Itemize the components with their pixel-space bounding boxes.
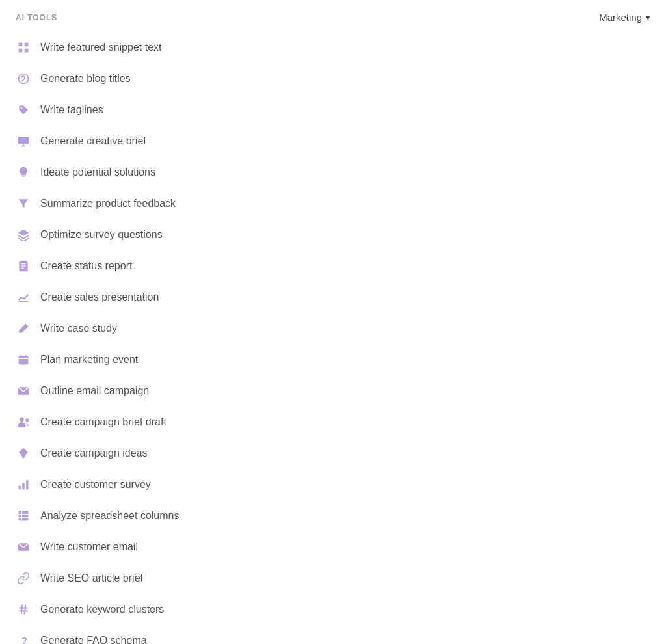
svg-rect-20 [19,486,21,490]
tool-label-write-taglines: Write taglines [40,104,103,116]
tool-list: Write featured snippet textGenerate blog… [0,32,666,644]
svg-point-17 [20,418,24,422]
svg-rect-6 [18,137,29,144]
tool-item-write-seo-article-brief[interactable]: Write SEO article brief [16,563,650,594]
tool-item-generate-blog-titles[interactable]: Generate blog titles [16,63,650,94]
tag-icon [16,102,31,118]
tool-label-create-status-report: Create status report [40,260,132,272]
envelope-icon [16,539,31,555]
chevron-down-icon: ▾ [646,12,650,22]
tool-item-ideate-potential-solutions[interactable]: Ideate potential solutions [16,157,650,188]
tool-item-plan-marketing-event[interactable]: Plan marketing event [16,344,650,375]
tool-item-write-featured-snippet[interactable]: Write featured snippet text [16,32,650,63]
layers-icon [16,227,31,243]
tool-item-summarize-product-feedback[interactable]: Summarize product feedback [16,188,650,219]
tool-label-create-campaign-brief-draft: Create campaign brief draft [40,416,166,428]
svg-rect-1 [25,43,29,47]
svg-rect-23 [19,511,29,521]
tool-label-write-seo-article-brief: Write SEO article brief [40,572,143,584]
svg-line-32 [25,605,26,615]
tool-item-write-customer-email[interactable]: Write customer email [16,531,650,563]
bulb-icon [16,165,31,180]
tool-item-create-customer-survey[interactable]: Create customer survey [16,469,650,500]
tool-item-outline-email-campaign[interactable]: Outline email campaign [16,375,650,407]
diamond-icon [16,446,31,461]
tool-label-optimize-survey-questions: Optimize survey questions [40,229,163,241]
filter-icon [16,196,31,211]
tool-item-generate-creative-brief[interactable]: Generate creative brief [16,126,650,157]
blog-icon [16,71,31,87]
spreadsheet-icon [16,508,31,524]
tool-label-write-case-study: Write case study [40,323,117,334]
tool-label-plan-marketing-event: Plan marketing event [40,354,138,366]
tool-label-generate-keyword-clusters: Generate keyword clusters [40,604,164,615]
svg-marker-19 [19,448,27,459]
svg-rect-12 [19,356,29,364]
svg-text:?: ? [21,635,27,644]
people-icon [16,414,31,430]
svg-line-31 [21,605,23,615]
report-icon [16,258,31,274]
svg-point-4 [19,74,29,84]
tool-item-create-status-report[interactable]: Create status report [16,250,650,282]
svg-rect-22 [26,480,28,489]
tool-label-ideate-potential-solutions: Ideate potential solutions [40,167,155,178]
filter-label: Marketing [599,12,642,23]
tool-item-create-campaign-ideas[interactable]: Create campaign ideas [16,438,650,469]
svg-rect-3 [25,49,29,53]
hash-icon [16,602,31,617]
barchart-icon [16,477,31,492]
tool-label-create-sales-presentation: Create sales presentation [40,291,159,303]
tool-label-generate-creative-brief: Generate creative brief [40,135,146,147]
tool-label-generate-faq-schema: Generate FAQ schema [40,635,147,644]
svg-rect-2 [19,49,23,53]
tool-label-generate-blog-titles: Generate blog titles [40,73,131,85]
grid-icon [16,40,31,55]
tool-label-summarize-product-feedback: Summarize product feedback [40,198,176,209]
tool-label-write-featured-snippet: Write featured snippet text [40,42,161,53]
svg-point-18 [25,418,29,422]
filter-dropdown[interactable]: Marketing ▾ [599,12,650,23]
tool-label-outline-email-campaign: Outline email campaign [40,385,149,397]
tool-item-analyze-spreadsheet-columns[interactable]: Analyze spreadsheet columns [16,500,650,531]
tool-label-create-customer-survey: Create customer survey [40,479,151,490]
question-icon: ? [16,633,31,644]
calendar-icon [16,352,31,368]
page-header: AI TOOLS Marketing ▾ [0,0,666,32]
chart-icon [16,289,31,305]
tool-item-write-case-study[interactable]: Write case study [16,313,650,344]
svg-point-5 [20,107,22,109]
svg-rect-21 [22,483,24,490]
tool-label-write-customer-email: Write customer email [40,541,138,553]
email-icon [16,383,31,399]
svg-rect-0 [19,43,23,47]
pencil-icon [16,321,31,336]
tool-label-create-campaign-ideas: Create campaign ideas [40,448,148,459]
link-icon [16,570,31,586]
tool-item-generate-keyword-clusters[interactable]: Generate keyword clusters [16,594,650,625]
page-title: AI TOOLS [16,13,57,22]
tool-label-analyze-spreadsheet-columns: Analyze spreadsheet columns [40,510,179,522]
tool-item-write-taglines[interactable]: Write taglines [16,94,650,126]
monitor-icon [16,133,31,149]
tool-item-create-campaign-brief-draft[interactable]: Create campaign brief draft [16,407,650,438]
tool-item-generate-faq-schema[interactable]: ?Generate FAQ schema [16,625,650,644]
tool-item-create-sales-presentation[interactable]: Create sales presentation [16,282,650,313]
tool-item-optimize-survey-questions[interactable]: Optimize survey questions [16,219,650,250]
